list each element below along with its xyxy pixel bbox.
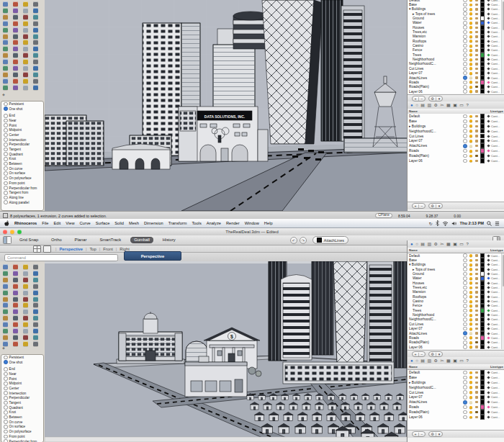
layer-lock-icon[interactable] xyxy=(474,296,480,298)
tool-icon[interactable] xyxy=(33,78,38,84)
current-layer-radio[interactable] xyxy=(462,390,468,394)
radio-icon[interactable] xyxy=(4,123,8,127)
current-layer-radio[interactable] xyxy=(462,385,468,389)
osnap-option-perpendicular-from[interactable]: Perpendicular from xyxy=(1,439,43,442)
viewport-tab-perspective[interactable]: Perspective xyxy=(56,247,86,251)
layer-visibility-bulb-icon[interactable] xyxy=(468,49,474,52)
layer-row[interactable]: BaseCont... xyxy=(408,119,504,124)
current-layer-radio[interactable] xyxy=(462,395,468,400)
bluetooth-icon[interactable] xyxy=(436,220,439,226)
cplane-dropdown[interactable]: CPlane xyxy=(375,213,392,219)
dropdown-button[interactable]: ▾ xyxy=(436,433,442,436)
add-layer-button[interactable]: + xyxy=(413,353,418,356)
current-layer-radio[interactable] xyxy=(462,258,468,263)
tool-icon[interactable] xyxy=(3,40,8,45)
layer-material-icon[interactable] xyxy=(485,406,491,408)
current-layer-radio[interactable] xyxy=(462,331,468,335)
osnap-option-from-point[interactable]: From point xyxy=(1,181,43,186)
volume-icon[interactable] xyxy=(451,221,457,226)
layer-material-icon[interactable] xyxy=(485,300,491,302)
tool-icon[interactable] xyxy=(13,53,18,58)
tool-icon[interactable] xyxy=(33,66,38,71)
current-layer-radio[interactable] xyxy=(462,119,468,124)
layer-material-icon[interactable] xyxy=(485,130,491,132)
menu-item-edit[interactable]: Edit xyxy=(53,221,60,225)
radio-icon[interactable] xyxy=(4,439,8,442)
layer-color-swatch[interactable] xyxy=(480,395,485,400)
current-layer-radio[interactable] xyxy=(462,371,468,375)
current-layer-radio[interactable] xyxy=(462,313,468,317)
layer-visibility-bulb-icon[interactable] xyxy=(468,58,474,61)
tool-icon[interactable] xyxy=(13,322,18,327)
layer-material-icon[interactable] xyxy=(485,323,491,325)
layer-lock-icon[interactable] xyxy=(474,125,480,127)
layer-lock-icon[interactable] xyxy=(474,273,480,275)
current-layer-radio[interactable] xyxy=(462,405,468,410)
layer-material-icon[interactable] xyxy=(485,387,491,389)
osnap-option-end[interactable]: End xyxy=(1,366,43,371)
layer-lock-icon[interactable] xyxy=(474,310,480,312)
layer-visibility-bulb-icon[interactable] xyxy=(468,328,474,330)
layer-material-icon[interactable] xyxy=(485,333,491,335)
radio-icon[interactable] xyxy=(4,107,8,111)
layer-linetype[interactable]: Cont... xyxy=(491,381,504,384)
layer-lock-icon[interactable] xyxy=(474,287,480,289)
folder-icon[interactable]: ▦ xyxy=(446,358,451,363)
osnap-option-between[interactable]: Between xyxy=(1,161,43,166)
layer-color-swatch[interactable] xyxy=(480,345,485,349)
help-icon[interactable]: ? xyxy=(467,103,469,107)
layer-linetype[interactable]: Cont... xyxy=(491,125,504,128)
current-layer-radio[interactable] xyxy=(462,7,468,12)
layer-color-swatch[interactable] xyxy=(480,380,485,385)
layer-visibility-bulb-icon[interactable] xyxy=(468,254,474,257)
layer-visibility-bulb-icon[interactable] xyxy=(468,40,474,42)
tool-icon[interactable] xyxy=(13,290,18,295)
osnap-mode-one-shot[interactable]: One shot xyxy=(1,360,43,365)
osnap-option-tangent[interactable]: Tangent xyxy=(1,147,43,152)
state-circle-icon[interactable]: ○ xyxy=(415,242,418,246)
tool-icon[interactable] xyxy=(13,1,18,6)
layer-lock-icon[interactable] xyxy=(474,305,480,307)
layer-visibility-bulb-icon[interactable] xyxy=(468,295,474,298)
radio-icon[interactable] xyxy=(4,114,8,118)
dropdown-button[interactable]: ▾ xyxy=(436,204,442,208)
layer-material-icon[interactable] xyxy=(485,27,491,29)
osnap-option-tangent-from[interactable]: Tangent from xyxy=(1,190,43,195)
layer-lock-icon[interactable] xyxy=(474,277,480,279)
layer-color-swatch[interactable] xyxy=(480,148,485,153)
layer-linetype[interactable]: Cont... xyxy=(491,139,504,143)
layer-visibility-bulb-icon[interactable] xyxy=(468,125,474,127)
radio-icon[interactable] xyxy=(4,191,8,195)
current-layer-radio[interactable] xyxy=(462,81,468,85)
layer-color-swatch[interactable] xyxy=(480,410,485,415)
layer-material-icon[interactable] xyxy=(485,13,491,15)
layer-lock-icon[interactable] xyxy=(474,68,480,70)
layer-lock-icon[interactable] xyxy=(474,145,480,147)
current-layer-radio[interactable] xyxy=(462,134,468,138)
layer-visibility-bulb-icon[interactable] xyxy=(468,0,474,1)
remove-layer-button[interactable]: − xyxy=(418,97,425,101)
tool-icon[interactable] xyxy=(3,315,8,320)
layer-material-icon[interactable] xyxy=(485,273,491,275)
current-layer-radio[interactable] xyxy=(462,62,468,66)
layer-lock-icon[interactable] xyxy=(474,115,480,117)
radio-icon[interactable] xyxy=(4,360,8,364)
apple-menu-icon[interactable] xyxy=(4,220,9,226)
layer-visibility-bulb-icon[interactable] xyxy=(468,391,474,394)
layer-material-icon[interactable] xyxy=(485,401,491,403)
add-layer-button[interactable]: + xyxy=(413,433,418,436)
add-layer-button[interactable]: + xyxy=(413,204,418,208)
tool-icon[interactable] xyxy=(33,315,38,320)
layer-material-icon[interactable] xyxy=(485,40,491,42)
tool-icon[interactable] xyxy=(23,27,28,32)
layer-color-swatch[interactable] xyxy=(480,370,485,375)
tool-icon[interactable] xyxy=(13,271,18,276)
tool-icon[interactable] xyxy=(3,66,8,71)
osnap-option-end[interactable]: End xyxy=(1,113,43,118)
layer-lock-icon[interactable] xyxy=(474,401,480,403)
radio-icon[interactable] xyxy=(4,196,8,200)
layer-linetype[interactable]: Cont... xyxy=(491,114,504,118)
monitor-icon[interactable]: ▭ xyxy=(459,103,464,107)
layer-material-icon[interactable] xyxy=(485,314,491,316)
layer-row[interactable]: Cut LinesCont... xyxy=(408,390,504,395)
